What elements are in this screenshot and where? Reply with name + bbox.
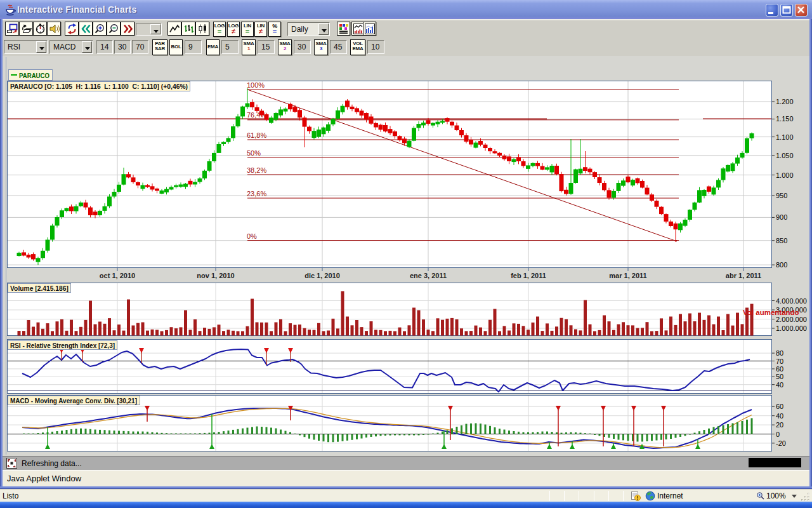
svg-text:abr 1, 2011: abr 1, 2011 [726, 272, 761, 279]
svg-text:dic 1, 2010: dic 1, 2010 [304, 272, 340, 279]
svg-text:2.000.000: 2.000.000 [776, 316, 807, 323]
svg-text:850: 850 [776, 237, 787, 244]
svg-text:60: 60 [776, 403, 783, 410]
svg-text:MACD - Moving Average Conv. Di: MACD - Moving Average Conv. Div. [30,21] [10, 397, 137, 404]
svg-text:1.100: 1.100 [776, 133, 794, 141]
svg-text:800: 800 [776, 261, 787, 269]
svg-text:50%: 50% [247, 149, 261, 157]
svg-text:Vol aumentando: Vol aumentando [743, 309, 799, 316]
svg-text:RSI - Relative Strength Index: RSI - Relative Strength Index [72,3] [10, 342, 115, 349]
svg-text:nov 1, 2010: nov 1, 2010 [197, 272, 234, 279]
svg-text:ene 3, 2011: ene 3, 2011 [410, 272, 447, 279]
svg-text:50: 50 [776, 373, 783, 380]
svg-text:1.000: 1.000 [776, 171, 794, 179]
svg-text:40: 40 [776, 381, 783, 389]
svg-text:PARAUCO [O: 1.105 H: 1.116 L: PARAUCO [O: 1.105 H: 1.116 L: 1.100 C: 1… [10, 83, 188, 90]
svg-text:70: 70 [776, 358, 783, 365]
svg-text:900: 900 [776, 213, 787, 221]
svg-text:0%: 0% [247, 232, 257, 240]
svg-text:60: 60 [776, 365, 783, 373]
svg-text:0: 0 [776, 431, 780, 438]
svg-text:23,6%: 23,6% [247, 190, 266, 197]
svg-text:Volume [2.415.186]: Volume [2.415.186] [10, 284, 69, 292]
svg-text:100%: 100% [247, 81, 265, 89]
svg-text:950: 950 [776, 192, 787, 199]
svg-text:oct 1, 2010: oct 1, 2010 [100, 272, 135, 279]
svg-text:20: 20 [776, 421, 783, 429]
svg-text:80: 80 [776, 349, 783, 357]
svg-text:4.000.000: 4.000.000 [776, 297, 807, 305]
svg-text:1.200: 1.200 [776, 98, 794, 105]
svg-text:1.150: 1.150 [776, 115, 794, 123]
svg-text:-20: -20 [776, 439, 786, 447]
svg-text:61,8%: 61,8% [247, 131, 266, 139]
svg-text:PARAUCO: PARAUCO [19, 72, 49, 79]
svg-text:40: 40 [776, 412, 783, 420]
svg-text:mar 1, 2011: mar 1, 2011 [609, 272, 646, 279]
svg-text:38,2%: 38,2% [247, 166, 266, 174]
svg-text:1.050: 1.050 [776, 152, 794, 159]
svg-text:feb 1, 2011: feb 1, 2011 [511, 272, 546, 279]
svg-text:1.000.000: 1.000.000 [776, 324, 807, 332]
